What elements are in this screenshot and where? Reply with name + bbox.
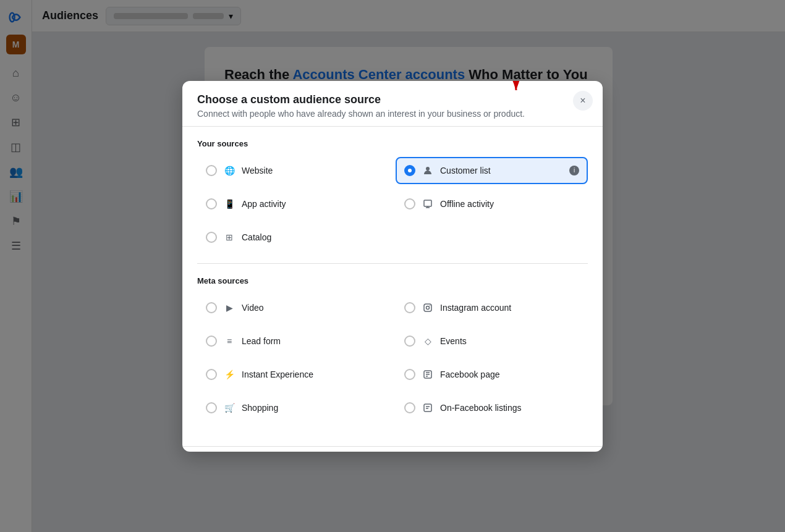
source-option-video[interactable]: ▶ Video — [197, 294, 389, 321]
source-option-offline-activity[interactable]: Offline activity — [396, 190, 588, 217]
divider — [197, 263, 588, 264]
modal-header: Choose a custom audience source Connect … — [182, 81, 603, 127]
facebook-page-label: Facebook page — [440, 369, 579, 379]
source-option-facebook-page[interactable]: Facebook page — [396, 361, 588, 388]
catalog-label: Catalog — [242, 232, 381, 242]
svg-point-8 — [430, 305, 430, 305]
modal-title: Choose a custom audience source — [197, 93, 588, 106]
modal-overlay: Choose a custom audience source Connect … — [0, 0, 785, 532]
source-option-app-activity[interactable]: 📱 App activity — [197, 190, 389, 217]
source-option-lead-form[interactable]: ≡ Lead form — [197, 327, 389, 355]
instagram-icon — [422, 302, 434, 314]
video-icon: ▶ — [223, 302, 236, 314]
meta-sources-label: Meta sources — [197, 276, 588, 285]
source-option-catalog[interactable]: ⊞ Catalog — [197, 224, 389, 251]
source-option-on-facebook-listings[interactable]: On-Facebook listings — [396, 394, 588, 421]
offline-activity-label: Offline activity — [440, 199, 579, 209]
radio-instant-experience — [206, 369, 217, 380]
radio-shopping — [206, 402, 217, 413]
source-option-instant-experience[interactable]: ⚡ Instant Experience — [197, 361, 389, 388]
modal-close-button[interactable]: × — [573, 91, 593, 111]
events-label: Events — [440, 336, 579, 346]
events-icon: ◇ — [422, 335, 434, 347]
source-option-events[interactable]: ◇ Events — [396, 327, 588, 355]
source-option-instagram[interactable]: Instagram account — [396, 294, 588, 321]
video-label: Video — [242, 303, 381, 313]
catalog-icon: ⊞ — [223, 231, 236, 243]
instant-experience-icon: ⚡ — [223, 368, 236, 381]
lead-form-icon: ≡ — [223, 335, 236, 347]
on-facebook-listings-label: On-Facebook listings — [440, 403, 579, 413]
radio-offline-activity — [404, 198, 415, 209]
radio-events — [404, 336, 415, 347]
app-activity-icon: 📱 — [223, 198, 236, 210]
radio-catalog — [206, 232, 217, 243]
svg-point-7 — [426, 306, 430, 309]
radio-video — [206, 302, 217, 313]
instant-experience-label: Instant Experience — [242, 369, 381, 379]
radio-website — [206, 165, 217, 176]
svg-point-2 — [426, 167, 430, 171]
instagram-label: Instagram account — [440, 303, 579, 313]
radio-app-activity — [206, 198, 217, 209]
radio-customer-list — [404, 165, 415, 176]
svg-rect-3 — [424, 200, 431, 206]
source-option-shopping[interactable]: 🛒 Shopping — [197, 394, 389, 421]
facebook-page-icon — [422, 368, 434, 381]
modal-subtitle: Connect with people who have already sho… — [197, 109, 588, 119]
customer-list-info-icon[interactable]: i — [569, 166, 579, 175]
customer-list-label: Customer list — [440, 166, 563, 175]
meta-sources-grid: ▶ Video Instagram account — [197, 294, 588, 421]
offline-activity-icon — [422, 198, 434, 210]
modal: Choose a custom audience source Connect … — [182, 81, 603, 452]
svg-rect-13 — [424, 404, 431, 412]
radio-lead-form — [206, 336, 217, 347]
on-facebook-listings-icon — [422, 402, 434, 414]
customer-list-icon — [422, 164, 434, 177]
source-option-customer-list[interactable]: Customer list i — [396, 157, 588, 184]
modal-body: Your sources 🌐 Website — [182, 127, 603, 446]
radio-instagram — [404, 302, 415, 313]
shopping-icon: 🛒 — [223, 402, 236, 414]
source-option-website[interactable]: 🌐 Website — [197, 157, 389, 184]
shopping-label: Shopping — [242, 403, 381, 413]
svg-rect-6 — [424, 304, 431, 311]
your-sources-grid: 🌐 Website Customer list i — [197, 157, 588, 251]
radio-on-facebook-listings — [404, 402, 415, 413]
lead-form-label: Lead form — [242, 336, 381, 346]
modal-footer: ? Cancel Next — [182, 446, 603, 452]
website-icon: 🌐 — [223, 164, 236, 177]
website-label: Website — [242, 166, 381, 175]
radio-facebook-page — [404, 369, 415, 380]
your-sources-label: Your sources — [197, 139, 588, 148]
app-activity-label: App activity — [242, 199, 381, 209]
